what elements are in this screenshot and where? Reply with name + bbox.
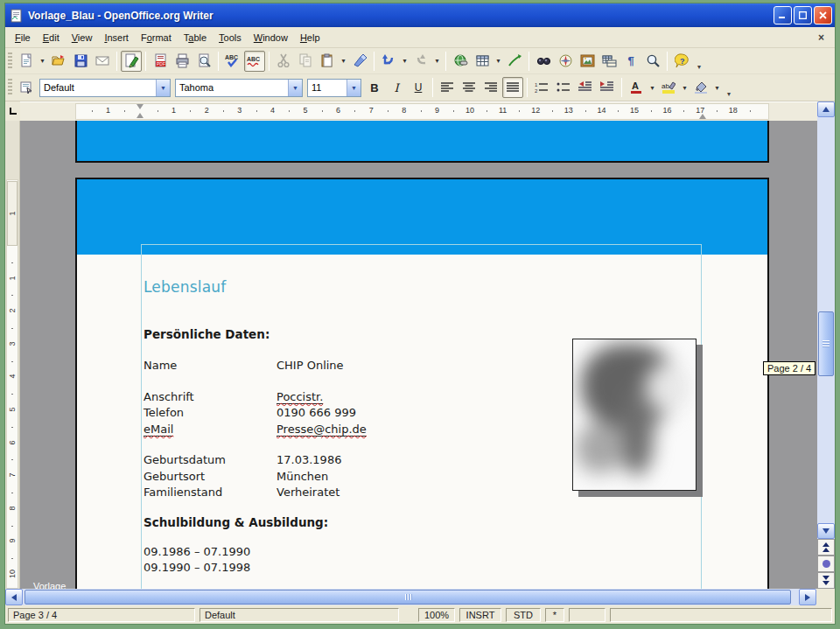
copy-icon[interactable] (295, 51, 316, 72)
undo-dropdown[interactable]: ▾ (400, 52, 410, 71)
vertical-scrollbar[interactable] (817, 121, 835, 589)
menu-file[interactable]: File (9, 30, 37, 45)
menu-window[interactable]: Window (248, 30, 294, 45)
align-left-icon[interactable] (437, 77, 458, 98)
bold-button[interactable]: B (364, 77, 385, 98)
font-color-icon[interactable]: A (626, 77, 647, 98)
scroll-up-button[interactable] (817, 101, 835, 117)
export-pdf-icon[interactable]: PDF (150, 51, 171, 72)
status-insert-mode[interactable]: INSRT (459, 608, 501, 622)
document-area[interactable]: Lebenslauf Persönliche Daten: NameCHIP O… (20, 121, 817, 589)
navigation-button[interactable] (817, 556, 835, 572)
menu-help[interactable]: Help (294, 30, 326, 45)
toolbar-grip[interactable] (8, 52, 12, 70)
vertical-scroll-thumb[interactable] (818, 311, 834, 376)
menu-table[interactable]: Table (178, 30, 213, 45)
paragraph-style-combo[interactable]: Default▼ (39, 79, 171, 97)
edit-file-icon[interactable] (121, 51, 142, 72)
redo-dropdown[interactable]: ▾ (432, 52, 442, 71)
increase-indent-icon[interactable] (597, 77, 618, 98)
gallery-icon[interactable] (577, 51, 598, 72)
next-page-button[interactable] (817, 572, 835, 589)
align-right-icon[interactable] (480, 77, 501, 98)
status-zoom[interactable]: 100% (418, 608, 455, 622)
toolbar-overflow-button[interactable]: ▾ (724, 89, 733, 99)
chevron-down-icon[interactable]: ▼ (288, 80, 302, 96)
font-name-combo[interactable]: Tahoma▼ (175, 79, 303, 97)
insert-table-dropdown[interactable]: ▾ (494, 52, 503, 71)
find-replace-icon[interactable] (533, 51, 554, 72)
horizontal-scroll-thumb[interactable] (24, 590, 791, 605)
close-document-button[interactable]: × (811, 31, 831, 44)
minimize-button[interactable] (774, 6, 792, 24)
numbered-list-icon[interactable]: 12 (531, 77, 552, 98)
scroll-right-button[interactable] (799, 589, 816, 605)
horizontal-ruler[interactable]: 1234567891011121314151617181 (20, 101, 817, 121)
hyperlink-icon[interactable] (450, 51, 471, 72)
vertical-scroll-track[interactable] (817, 121, 835, 523)
help-icon[interactable]: ? (671, 51, 692, 72)
font-size-combo[interactable]: 11▼ (307, 79, 361, 97)
previous-page-button[interactable] (817, 539, 835, 556)
menu-view[interactable]: View (66, 30, 99, 45)
italic-button[interactable]: I (386, 77, 407, 98)
save-icon[interactable] (70, 51, 91, 72)
close-button[interactable] (814, 6, 832, 24)
insert-table-icon[interactable] (472, 51, 493, 72)
toolbar-grip[interactable] (8, 79, 12, 96)
decrease-indent-icon[interactable] (575, 77, 596, 98)
status-modified[interactable]: * (545, 608, 564, 622)
page-preview-icon[interactable] (193, 51, 214, 72)
toolbar-overflow-button[interactable]: ▾ (695, 62, 704, 72)
status-page[interactable]: Page 3 / 4 (8, 608, 195, 622)
paste-dropdown[interactable]: ▾ (339, 52, 348, 71)
status-info[interactable] (610, 608, 832, 622)
status-page-style[interactable]: Default (200, 608, 399, 622)
paste-icon[interactable] (317, 51, 338, 72)
menu-format[interactable]: Format (135, 30, 178, 45)
portrait-photo[interactable] (572, 339, 696, 491)
format-paintbrush-icon[interactable] (349, 51, 370, 72)
underline-button[interactable]: U (408, 77, 429, 98)
title-bar[interactable]: Vorlage_Blau - OpenOffice.org Writer (5, 3, 835, 27)
status-selection-mode[interactable]: STD (506, 608, 541, 622)
align-center-icon[interactable] (458, 77, 480, 98)
redo-icon[interactable] (410, 51, 431, 72)
cut-icon[interactable] (273, 51, 294, 72)
zoom-icon[interactable] (642, 51, 663, 72)
font-color-dropdown[interactable]: ▾ (648, 78, 657, 97)
highlighting-icon[interactable]: ab (658, 77, 679, 98)
open-icon[interactable] (48, 51, 69, 72)
scroll-left-button[interactable] (5, 589, 23, 605)
horizontal-scrollbar[interactable] (5, 589, 835, 605)
scroll-down-button[interactable] (817, 523, 835, 539)
print-icon[interactable] (172, 51, 192, 72)
styles-and-formatting-icon[interactable] (16, 77, 37, 98)
background-color-icon[interactable] (690, 77, 711, 98)
indent-marker[interactable] (136, 104, 144, 118)
status-extra[interactable] (569, 608, 606, 622)
spellcheck-icon[interactable]: ABC (222, 51, 243, 72)
new-document-dropdown[interactable]: ▾ (38, 52, 47, 71)
chevron-down-icon[interactable]: ▼ (156, 80, 170, 96)
new-document-icon[interactable] (16, 51, 37, 72)
autospellcheck-icon[interactable]: ABC (244, 51, 265, 72)
justify-icon[interactable] (502, 77, 523, 98)
undo-icon[interactable] (378, 51, 399, 72)
tab-stop-selector[interactable] (5, 101, 20, 121)
email-document-icon[interactable] (92, 51, 113, 72)
background-color-dropdown[interactable]: ▾ (712, 78, 722, 97)
maximize-button[interactable] (794, 6, 812, 24)
menu-tools[interactable]: Tools (213, 30, 248, 45)
navigator-icon[interactable] (555, 51, 576, 72)
vertical-ruler[interactable]: 1 12345678910 (5, 121, 20, 589)
draw-functions-icon[interactable] (504, 51, 525, 72)
chevron-down-icon[interactable]: ▼ (346, 80, 360, 96)
nonprinting-characters-icon[interactable]: ¶ (620, 51, 641, 72)
highlighting-dropdown[interactable]: ▾ (680, 78, 690, 97)
horizontal-scroll-track[interactable] (23, 589, 799, 605)
menu-edit[interactable]: Edit (37, 30, 66, 45)
bullet-list-icon[interactable] (553, 77, 574, 98)
data-sources-icon[interactable] (598, 51, 620, 72)
menu-insert[interactable]: Insert (98, 30, 135, 45)
